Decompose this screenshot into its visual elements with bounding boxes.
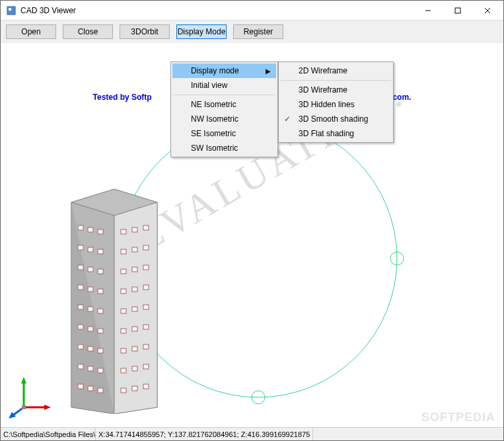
svg-rect-54 <box>143 285 149 290</box>
display-mode-submenu: 2D Wireframe 3D Wireframe 3D Hidden line… <box>278 61 394 143</box>
svg-rect-38 <box>88 366 93 371</box>
status-path: C:\Softpedia\Softpedia Files\Softpedi <box>1 428 96 440</box>
menu-2d-wireframe[interactable]: 2D Wireframe <box>280 63 392 78</box>
svg-rect-17 <box>88 227 93 232</box>
softpedia-watermark: SOFTPEDIA <box>421 411 495 424</box>
toolbar: Open Close 3DOrbit Display Mode Register <box>1 20 503 43</box>
svg-rect-30 <box>98 309 103 313</box>
svg-rect-43 <box>121 229 126 234</box>
svg-rect-58 <box>121 329 126 333</box>
svg-rect-39 <box>98 368 103 373</box>
svg-rect-25 <box>78 285 83 290</box>
svg-rect-42 <box>98 388 103 393</box>
svg-rect-22 <box>78 265 83 270</box>
menu-3d-wireframe[interactable]: 3D Wireframe <box>280 83 392 97</box>
submenu-arrow-icon: ▶ <box>266 67 271 75</box>
register-button[interactable]: Register <box>233 24 283 39</box>
svg-rect-16 <box>78 225 83 230</box>
svg-marker-71 <box>21 377 26 383</box>
svg-rect-27 <box>98 289 103 294</box>
svg-rect-32 <box>88 327 93 331</box>
svg-rect-41 <box>88 386 93 391</box>
axis-gizmo <box>7 374 54 421</box>
svg-rect-45 <box>143 225 149 230</box>
menu-sw-isometric[interactable]: SW Isometric <box>172 141 276 155</box>
svg-rect-18 <box>98 229 103 234</box>
close-button[interactable] <box>472 1 502 20</box>
svg-rect-55 <box>121 309 126 313</box>
svg-rect-62 <box>132 346 137 351</box>
svg-rect-46 <box>121 249 126 254</box>
check-icon: ✓ <box>284 114 291 124</box>
titlebar: CAD 3D Viewer <box>1 1 503 20</box>
svg-marker-73 <box>44 405 51 410</box>
svg-rect-51 <box>143 265 149 270</box>
svg-rect-63 <box>143 344 149 349</box>
menu-3d-flat-shading[interactable]: 3D Flat shading <box>280 126 392 141</box>
svg-rect-60 <box>143 325 149 329</box>
svg-rect-57 <box>143 305 149 309</box>
svg-rect-53 <box>132 287 137 292</box>
svg-rect-26 <box>88 287 93 292</box>
menu-initial-view[interactable]: Initial view <box>172 78 276 93</box>
minimize-button[interactable] <box>413 1 443 20</box>
3d-orbit-button[interactable]: 3DOrbit <box>120 24 170 39</box>
close-file-button[interactable]: Close <box>63 24 113 39</box>
svg-rect-34 <box>78 344 83 349</box>
svg-rect-66 <box>143 364 149 369</box>
svg-rect-36 <box>98 348 103 353</box>
svg-rect-47 <box>132 247 137 252</box>
svg-rect-40 <box>78 384 83 389</box>
display-mode-button[interactable]: Display Mode <box>176 24 227 39</box>
svg-rect-76 <box>22 405 26 409</box>
svg-rect-67 <box>121 388 126 393</box>
svg-rect-61 <box>121 348 126 353</box>
svg-rect-24 <box>98 269 103 274</box>
window-title: CAD 3D Viewer <box>20 6 413 15</box>
menu-se-isometric[interactable]: SE Isometric <box>172 126 276 141</box>
credit-line1a: Tested by Softp <box>93 93 152 102</box>
svg-rect-49 <box>121 269 126 274</box>
svg-rect-31 <box>78 325 83 329</box>
maximize-button[interactable] <box>443 1 472 20</box>
svg-rect-20 <box>88 247 93 252</box>
menu-ne-isometric[interactable]: NE Isometric <box>172 97 276 112</box>
svg-rect-33 <box>98 329 103 333</box>
building-model <box>42 163 187 414</box>
app-window: CAD 3D Viewer Open Close 3DOrbit Display… <box>0 0 504 441</box>
svg-rect-48 <box>143 245 149 250</box>
svg-rect-69 <box>143 384 149 389</box>
svg-rect-29 <box>88 307 93 311</box>
menu-display-mode[interactable]: Display mode ▶ <box>172 63 276 78</box>
menu-3d-hidden-lines[interactable]: 3D Hidden lines <box>280 97 392 112</box>
svg-rect-1 <box>9 8 11 11</box>
svg-rect-19 <box>78 245 83 250</box>
menu-3d-smooth-shading[interactable]: ✓ 3D Smooth shading <box>280 112 392 126</box>
open-button[interactable]: Open <box>6 24 56 39</box>
svg-rect-28 <box>78 305 83 309</box>
svg-rect-65 <box>132 366 137 371</box>
menu-nw-isometric[interactable]: NW Isometric <box>172 112 276 126</box>
svg-rect-68 <box>132 386 137 391</box>
menu-separator <box>281 80 391 81</box>
svg-rect-35 <box>88 346 93 351</box>
svg-rect-64 <box>121 368 126 373</box>
svg-rect-52 <box>121 289 126 294</box>
svg-rect-50 <box>132 267 137 272</box>
viewport[interactable]: Tested by Softp resc.com. www.softpedia.… <box>1 44 503 427</box>
svg-rect-44 <box>132 227 137 232</box>
statusbar: C:\Softpedia\Softpedia Files\Softpedi X:… <box>1 427 503 440</box>
svg-rect-21 <box>98 249 103 254</box>
app-icon <box>6 5 17 16</box>
menu-separator <box>173 95 275 95</box>
svg-rect-56 <box>132 307 137 311</box>
svg-rect-23 <box>88 267 93 272</box>
svg-rect-37 <box>78 364 83 369</box>
svg-rect-59 <box>132 327 137 331</box>
status-coords: X:34.717414855957; Y:137.821762084961; Z… <box>96 428 313 440</box>
svg-rect-3 <box>455 8 460 13</box>
display-mode-menu: Display mode ▶ Initial view NE Isometric… <box>170 61 278 157</box>
